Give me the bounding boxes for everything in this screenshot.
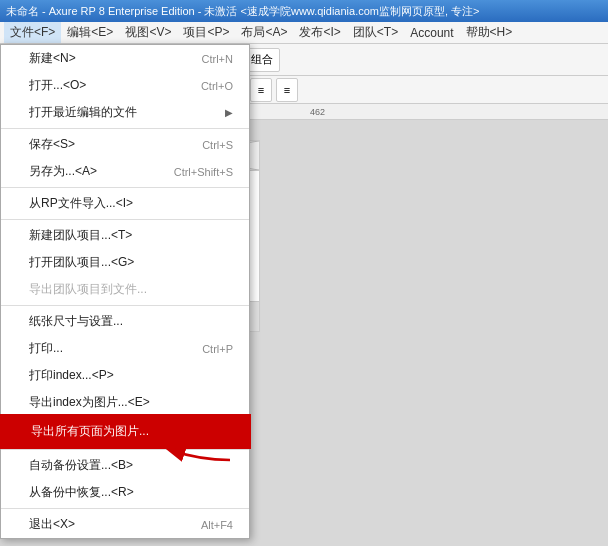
menu-exit-shortcut: Alt+F4 [201,519,233,531]
arrow-right-icon: ▶ [225,107,233,118]
ruler-mark-462: 462 [310,107,325,117]
menu-view[interactable]: 视图<V> [119,22,177,43]
title-text: 未命名 - Axure RP 8 Enterprise Edition - 未激… [6,4,480,19]
menu-open[interactable]: 打开...<O> Ctrl+O [1,72,249,99]
align-right-button[interactable]: ≡ [276,78,298,102]
menu-print-index-label: 打印index...<P> [29,367,114,384]
menu-export-all[interactable]: 导出所有页面为图片... [1,416,249,447]
menu-new[interactable]: 新建<N> Ctrl+N [1,45,249,72]
menu-print-shortcut: Ctrl+P [202,343,233,355]
file-menu-dropdown: 新建<N> Ctrl+N 打开...<O> Ctrl+O 打开最近编辑的文件 ▶… [0,44,250,539]
menu-open-label: 打开...<O> [29,77,86,94]
sep-2 [1,187,249,188]
menu-export-index[interactable]: 导出index为图片...<E> [1,389,249,416]
menu-print[interactable]: 打印... Ctrl+P [1,335,249,362]
align-center-button[interactable]: ≡ [250,78,272,102]
menu-save-label: 保存<S> [29,136,75,153]
menu-help[interactable]: 帮助<H> [460,22,519,43]
menu-new-label: 新建<N> [29,50,76,67]
menu-export-index-label: 导出index为图片...<E> [29,394,150,411]
menu-new-shortcut: Ctrl+N [202,53,233,65]
menu-edit[interactable]: 编辑<E> [61,22,119,43]
menu-open-team[interactable]: 打开团队项目...<G> [1,249,249,276]
sep-1 [1,128,249,129]
menu-open-team-label: 打开团队项目...<G> [29,254,134,271]
menu-export-team: 导出团队项目到文件... [1,276,249,303]
menu-export-all-label: 导出所有页面为图片... [31,423,149,440]
menu-auto-backup[interactable]: 自动备份设置...<B> [1,452,249,479]
menu-restore-backup[interactable]: 从备份中恢复...<R> [1,479,249,506]
menu-save-as[interactable]: 另存为...<A> Ctrl+Shift+S [1,158,249,185]
menu-open-recent[interactable]: 打开最近编辑的文件 ▶ [1,99,249,126]
menu-file[interactable]: 文件<F> [4,22,61,43]
menu-import-label: 从RP文件导入...<I> [29,195,133,212]
menu-open-recent-label: 打开最近编辑的文件 [29,104,137,121]
sep-3 [1,219,249,220]
menu-new-team-label: 新建团队项目...<T> [29,227,132,244]
menu-save-shortcut: Ctrl+S [202,139,233,151]
sep-4 [1,305,249,306]
menu-new-team[interactable]: 新建团队项目...<T> [1,222,249,249]
menu-project[interactable]: 项目<P> [177,22,235,43]
menu-team[interactable]: 团队<T> [347,22,404,43]
menu-account[interactable]: Account [404,24,459,42]
menu-bar: 文件<F> 编辑<E> 视图<V> 项目<P> 布局<A> 发布<I> 团队<T… [0,22,608,44]
sep-6 [1,508,249,509]
group-label: 组合 [251,52,273,67]
menu-print-index[interactable]: 打印index...<P> [1,362,249,389]
menu-exit-label: 退出<X> [29,516,75,533]
title-bar: 未命名 - Axure RP 8 Enterprise Edition - 未激… [0,0,608,22]
sep-5 [1,449,249,450]
menu-page-size[interactable]: 纸张尺寸与设置... [1,308,249,335]
menu-export-team-label: 导出团队项目到文件... [29,281,147,298]
menu-auto-backup-label: 自动备份设置...<B> [29,457,133,474]
menu-import[interactable]: 从RP文件导入...<I> [1,190,249,217]
menu-page-size-label: 纸张尺寸与设置... [29,313,123,330]
menu-save-as-shortcut: Ctrl+Shift+S [174,166,233,178]
menu-publish[interactable]: 发布<I> [293,22,346,43]
menu-save[interactable]: 保存<S> Ctrl+S [1,131,249,158]
menu-print-label: 打印... [29,340,63,357]
menu-restore-backup-label: 从备份中恢复...<R> [29,484,134,501]
menu-exit[interactable]: 退出<X> Alt+F4 [1,511,249,538]
menu-save-as-label: 另存为...<A> [29,163,97,180]
menu-layout[interactable]: 布局<A> [235,22,293,43]
menu-open-shortcut: Ctrl+O [201,80,233,92]
